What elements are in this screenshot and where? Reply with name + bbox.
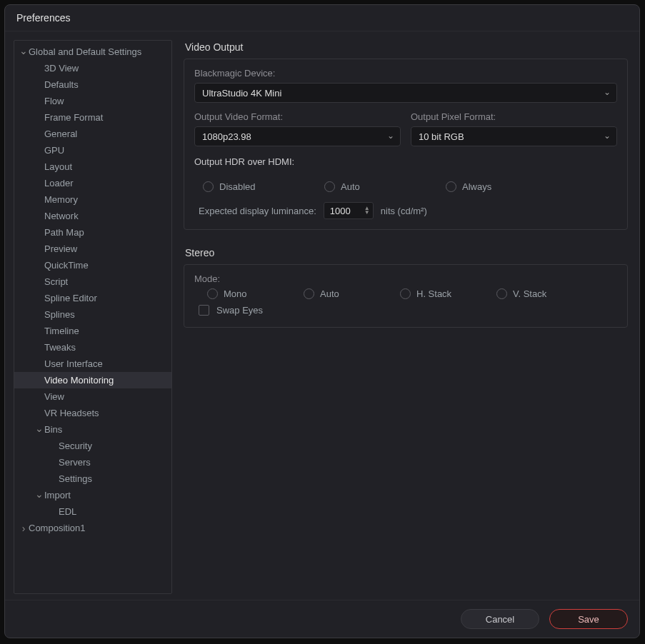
sidebar-item-tweaks[interactable]: Tweaks: [14, 339, 171, 356]
sidebar-item-layout[interactable]: Layout: [14, 159, 171, 175]
radio-icon: [446, 181, 456, 192]
stereo-group: Mode: Mono Auto H. Stack: [184, 264, 628, 328]
sidebar[interactable]: Global and Default Settings 3D View Defa…: [14, 40, 172, 594]
hdr-radio-auto[interactable]: Auto: [324, 181, 446, 192]
sidebar-item-video-monitoring[interactable]: Video Monitoring: [14, 372, 171, 388]
luminance-label: Expected display luminance:: [199, 206, 316, 216]
video-format-label: Output Video Format:: [194, 111, 401, 122]
sidebar-item-label: Security: [59, 441, 167, 451]
radio-label: Mono: [224, 288, 247, 299]
cancel-button[interactable]: Cancel: [461, 609, 539, 629]
video-format-select-value: 1080p23.98: [202, 131, 251, 142]
checkbox-icon: [199, 305, 209, 316]
sidebar-item-label: 3D View: [44, 63, 167, 74]
window-body: Global and Default Settings 3D View Defa…: [5, 31, 639, 600]
sidebar-item-defaults[interactable]: Defaults: [14, 76, 171, 93]
chevron-down-icon: [34, 425, 44, 435]
sidebar-item-security[interactable]: Security: [14, 438, 171, 454]
radio-icon: [203, 181, 214, 192]
sidebar-item-label: Preview: [44, 243, 167, 254]
sidebar-item-view[interactable]: View: [14, 388, 171, 405]
sidebar-item-flow[interactable]: Flow: [14, 93, 171, 109]
sidebar-item-label: Script: [44, 276, 167, 287]
save-button[interactable]: Save: [549, 609, 628, 629]
sidebar-group-bins[interactable]: Bins: [14, 421, 171, 438]
chevron-down-icon: [19, 47, 29, 57]
sidebar-item-spline-editor[interactable]: Spline Editor: [14, 290, 171, 306]
radio-label: H. Stack: [416, 288, 451, 299]
sidebar-group-import[interactable]: Import: [14, 487, 171, 503]
radio-label: Auto: [320, 288, 339, 299]
sidebar-item-label: User Interface: [44, 358, 167, 369]
sidebar-item-splines[interactable]: Splines: [14, 306, 171, 323]
sidebar-item-servers[interactable]: Servers: [14, 454, 171, 471]
sidebar-item-network[interactable]: Network: [14, 208, 171, 224]
video-format-select[interactable]: 1080p23.98 ⌄: [194, 126, 401, 146]
stereo-radio-vstack[interactable]: V. Stack: [496, 288, 546, 299]
sidebar-item-label: Loader: [44, 178, 167, 188]
swap-eyes-checkbox[interactable]: Swap Eyes: [199, 305, 617, 316]
luminance-input[interactable]: 1000 ▲▼: [324, 202, 374, 219]
sidebar-item-settings[interactable]: Settings: [14, 471, 171, 487]
device-select-value: UltraStudio 4K Mini: [202, 88, 281, 99]
stereo-radio-hstack[interactable]: H. Stack: [400, 288, 496, 299]
button-label: Save: [578, 614, 599, 625]
sidebar-item-label: Tweaks: [44, 342, 167, 353]
sidebar-item-label: Network: [44, 211, 167, 221]
stereo-mode-label: Mode:: [194, 273, 617, 284]
sidebar-item-general[interactable]: General: [14, 126, 171, 142]
luminance-value: 1000: [330, 206, 351, 216]
sidebar-item-3d-view[interactable]: 3D View: [14, 60, 171, 76]
pixel-format-label: Output Pixel Format:: [411, 111, 617, 122]
sidebar-item-label: Timeline: [44, 326, 167, 336]
sidebar-item-path-map[interactable]: Path Map: [14, 224, 171, 241]
chevron-right-icon: [19, 523, 29, 533]
sidebar-item-label: Flow: [44, 96, 167, 106]
sidebar-item-label: VR Headsets: [44, 408, 167, 418]
sidebar-item-vr-headsets[interactable]: VR Headsets: [14, 405, 171, 421]
sidebar-item-label: Defaults: [44, 79, 167, 90]
sidebar-item-label: QuickTime: [44, 260, 167, 271]
sidebar-item-label: Memory: [44, 194, 167, 205]
sidebar-item-script[interactable]: Script: [14, 273, 171, 290]
radio-label: V. Stack: [513, 288, 546, 299]
sidebar-item-quicktime[interactable]: QuickTime: [14, 257, 171, 273]
sidebar-item-label: Path Map: [44, 227, 167, 238]
sidebar-item-label: Video Monitoring: [44, 375, 167, 386]
radio-icon: [496, 288, 507, 299]
footer: Cancel Save: [5, 600, 639, 638]
sidebar-item-label: EDL: [59, 506, 167, 517]
pixel-format-select-value: 10 bit RGB: [419, 131, 464, 142]
sidebar-item-gpu[interactable]: GPU: [14, 142, 171, 159]
hdr-radio-disabled[interactable]: Disabled: [203, 181, 324, 192]
window-title: Preferences: [5, 5, 639, 31]
sidebar-item-frame-format[interactable]: Frame Format: [14, 109, 171, 126]
sidebar-item-edl[interactable]: EDL: [14, 503, 171, 520]
section-title-video-output: Video Output: [185, 41, 628, 53]
sidebar-item-user-interface[interactable]: User Interface: [14, 356, 171, 372]
radio-icon: [400, 288, 411, 299]
hdr-label: Output HDR over HDMI:: [194, 156, 617, 167]
sidebar-item-timeline[interactable]: Timeline: [14, 323, 171, 339]
sidebar-group-composition1[interactable]: Composition1: [14, 520, 171, 536]
pixel-format-select[interactable]: 10 bit RGB ⌄: [411, 126, 617, 146]
hdr-radio-always[interactable]: Always: [446, 181, 491, 192]
sidebar-item-label: General: [44, 129, 167, 139]
chevron-down-icon: [34, 490, 44, 500]
sidebar-item-preview[interactable]: Preview: [14, 241, 171, 257]
radio-label: Auto: [341, 181, 360, 192]
sidebar-item-memory[interactable]: Memory: [14, 191, 171, 208]
sidebar-group-global[interactable]: Global and Default Settings: [14, 44, 171, 60]
stereo-radio-mono[interactable]: Mono: [207, 288, 304, 299]
button-label: Cancel: [486, 614, 514, 625]
content-panel: Video Output Blackmagic Device: UltraStu…: [184, 34, 634, 600]
radio-label: Always: [462, 181, 491, 192]
radio-icon: [324, 181, 335, 192]
stepper-icon[interactable]: ▲▼: [364, 206, 370, 215]
sidebar-item-loader[interactable]: Loader: [14, 175, 171, 191]
sidebar-item-label: Layout: [44, 161, 167, 172]
stereo-radio-auto[interactable]: Auto: [304, 288, 400, 299]
device-select[interactable]: UltraStudio 4K Mini ⌄: [194, 83, 617, 103]
sidebar-group-label: Import: [44, 490, 167, 500]
radio-icon: [207, 288, 218, 299]
